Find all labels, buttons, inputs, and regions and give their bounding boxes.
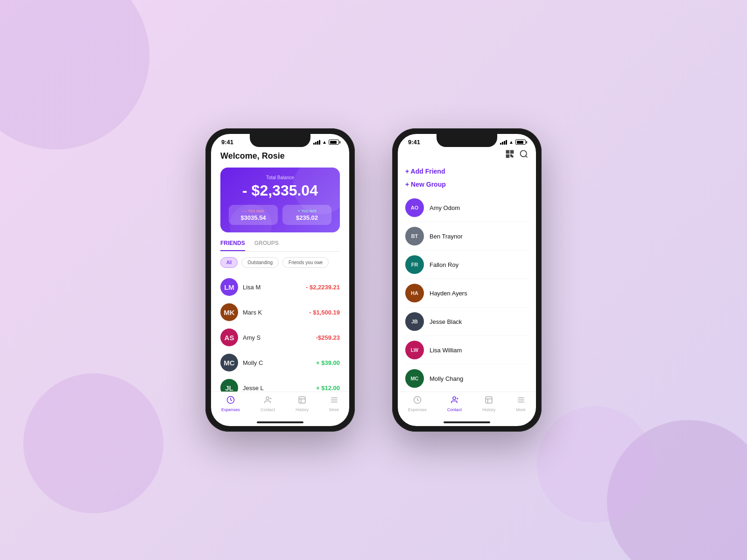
contact-avatar-2: FR (405, 255, 424, 274)
contact-avatar-6: MC (405, 369, 424, 388)
friend-avatar-3: MC (220, 354, 238, 371)
home-indicator-2 (444, 421, 490, 423)
friend-item-1[interactable]: MK Mars K - $1,500.19 (220, 300, 340, 325)
balance-row: — You owe $3035.54 + You lent $235.02 (229, 205, 331, 225)
filter-all[interactable]: All (220, 257, 238, 268)
phone-1-screen: 9:41 ▲ Wel (211, 134, 349, 426)
svg-rect-13 (507, 155, 508, 157)
contact-name-6: Molly Chang (430, 375, 463, 382)
filter-friends-owe[interactable]: Friends you owe (282, 257, 329, 268)
contact-item-0[interactable]: AO Amy Odom (405, 195, 529, 221)
divider-4 (405, 336, 529, 336)
balance-card: Total Balance - $2,335.04 — You owe $303… (220, 168, 340, 232)
tab-friends[interactable]: FRIENDS (220, 240, 245, 251)
friend-avatar-1: MK (220, 303, 238, 321)
filter-outstanding[interactable]: Outstanding (241, 257, 279, 268)
wifi-icon-2: ▲ (509, 140, 514, 145)
phone-2-screen: 9:41 ▲ (398, 134, 536, 426)
contact-avatar-0: AO (405, 198, 424, 217)
contact-item-3[interactable]: HA Hayden Ayers (405, 280, 529, 306)
add-friend-button[interactable]: + Add Friend (405, 165, 529, 178)
divider-1 (405, 250, 529, 251)
bg-blob-2 (23, 373, 163, 513)
you-lent-amount: $235.02 (287, 214, 327, 221)
contact-item-6[interactable]: MC Molly Chang (405, 365, 529, 392)
balance-amount: - $2,335.04 (229, 182, 331, 199)
nav-expenses-1[interactable]: Expenses (221, 396, 240, 412)
notch-2 (437, 134, 497, 147)
you-lent-label: + You lent (287, 209, 327, 213)
friend-amount-1: - $1,500.19 (309, 309, 340, 316)
friend-name-1: Mars K (243, 309, 304, 316)
you-owe-amount: $3035.54 (233, 214, 273, 221)
friend-amount-3: + $39.00 (316, 359, 340, 366)
contact-item-1[interactable]: BT Ben Traynor (405, 223, 529, 249)
friend-list: LM Lisa M - $2,2239.21 MK Mars K - $1,50… (220, 274, 340, 392)
status-icons-1: ▲ (313, 140, 339, 145)
p2-header (398, 147, 536, 165)
balance-label: Total Balance (229, 175, 331, 180)
svg-rect-19 (486, 397, 492, 403)
contact-icon-2 (450, 396, 458, 406)
bg-blob-4 (537, 406, 654, 523)
new-group-button[interactable]: + New Group (405, 178, 529, 191)
bottom-nav-1: Expenses Contact History (211, 392, 349, 420)
friend-avatar-0: LM (220, 278, 238, 296)
contact-name-4: Jesse Black (430, 318, 462, 325)
svg-rect-4 (299, 397, 305, 403)
nav-history-label-1: History (296, 407, 309, 412)
nav-expenses-label-2: Expenses (408, 407, 427, 412)
friend-amount-4: + $12.00 (316, 385, 340, 392)
nav-more-label-2: More (516, 407, 526, 412)
screen-content-1: Welcome, Rosie Total Balance - $2,335.04… (211, 147, 349, 426)
contact-icon-1 (263, 396, 272, 406)
search-icon[interactable] (519, 149, 529, 161)
battery-icon-2 (515, 140, 526, 145)
contact-avatar-1: BT (405, 227, 424, 245)
more-icon-2 (517, 396, 525, 406)
nav-history-2[interactable]: History (482, 396, 495, 412)
tab-groups[interactable]: GROUPS (254, 240, 279, 251)
nav-contact-2[interactable]: Contact (447, 396, 462, 412)
svg-rect-12 (511, 151, 513, 153)
phones-container: 9:41 ▲ Wel (205, 128, 542, 432)
svg-point-1 (266, 397, 269, 399)
friend-name-2: Amy S (243, 334, 311, 341)
contact-item-2[interactable]: FR Fallon Roy (405, 252, 529, 278)
balance-sub-lent: + You lent $235.02 (282, 205, 331, 225)
friend-item-2[interactable]: AS Amy S -$259.23 (220, 325, 340, 350)
contact-item-5[interactable]: LW Lisa William (405, 337, 529, 363)
contacts-section: AO Amy Odom BT Ben Traynor (405, 195, 529, 392)
friend-name-0: Lisa M (243, 284, 301, 291)
status-icons-2: ▲ (500, 140, 526, 145)
nav-more-1[interactable]: More (329, 396, 339, 412)
welcome-text: Welcome, Rosie (220, 151, 340, 161)
nav-more-label-1: More (329, 407, 339, 412)
phone-2: 9:41 ▲ (392, 128, 542, 432)
history-icon-2 (485, 396, 493, 406)
nav-contact-label-1: Contact (261, 407, 275, 412)
history-icon-1 (298, 396, 306, 406)
nav-expenses-2[interactable]: Expenses (408, 396, 427, 412)
nav-contact-label-2: Contact (447, 407, 462, 412)
more-icon-1 (330, 396, 338, 406)
friend-item-4[interactable]: JL Jesse L + $12.00 (220, 375, 340, 392)
divider-0 (405, 222, 529, 222)
nav-more-2[interactable]: More (516, 396, 526, 412)
contact-avatar-4: JB (405, 312, 424, 331)
signal-icon-2 (500, 140, 507, 145)
divider-3 (405, 307, 529, 308)
friend-item-0[interactable]: LM Lisa M - $2,2239.21 (220, 274, 340, 300)
contact-avatar-5: LW (405, 341, 424, 359)
nav-contact-1[interactable]: Contact (261, 396, 275, 412)
contact-item-4[interactable]: JB Jesse Black (405, 308, 529, 335)
friend-item-3[interactable]: MC Molly C + $39.00 (220, 350, 340, 375)
battery-icon-1 (329, 140, 339, 145)
status-time-1: 9:41 (221, 139, 233, 146)
contact-name-0: Amy Odom (430, 204, 460, 211)
svg-rect-11 (507, 151, 508, 153)
qr-icon[interactable] (505, 149, 514, 161)
nav-history-1[interactable]: History (296, 396, 309, 412)
wifi-icon-1: ▲ (322, 140, 327, 145)
p2-body: + Add Friend + New Group AO Amy Odom (398, 165, 536, 392)
